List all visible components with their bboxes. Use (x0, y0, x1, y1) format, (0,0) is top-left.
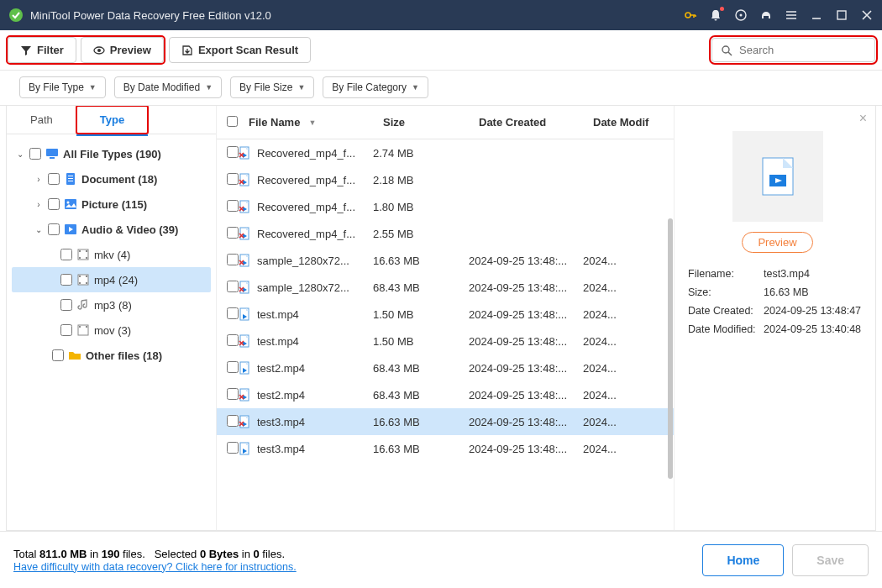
file-row[interactable]: test3.mp4 16.63 MB 2024-09-25 13:48:... … (217, 435, 674, 462)
tab-type[interactable]: Type (76, 106, 148, 136)
row-checkbox[interactable] (227, 200, 239, 212)
file-row[interactable]: Recovered_mp4_f... 2.74 MB (217, 139, 674, 166)
export-button[interactable]: Export Scan Result (169, 37, 311, 63)
tree-checkbox[interactable] (60, 324, 72, 336)
tree-all-types[interactable]: ⌄ All File Types (190) (12, 141, 211, 166)
tree-mp3[interactable]: mp3 (8) (12, 292, 211, 318)
svg-point-7 (722, 46, 729, 53)
file-row[interactable]: Recovered_mp4_f... 2.55 MB (217, 220, 674, 247)
tree-checkbox[interactable] (52, 349, 64, 361)
file-size: 16.63 MB (373, 255, 469, 267)
tree-checkbox[interactable] (60, 299, 72, 311)
row-checkbox[interactable] (227, 334, 239, 346)
filter-by-size[interactable]: By File Size▼ (230, 76, 314, 98)
file-row[interactable]: test.mp4 1.50 MB 2024-09-25 13:48:... 20… (217, 328, 674, 354)
file-icon (239, 254, 252, 267)
filter-by-type[interactable]: By File Type▼ (19, 76, 106, 98)
tree-checkbox[interactable] (48, 223, 60, 235)
file-mod: 2024... (583, 443, 650, 455)
tree-mp4[interactable]: mp4 (24) (12, 267, 211, 292)
highlight-filter-preview: Filter Preview (7, 36, 165, 64)
close-preview-icon[interactable]: × (859, 111, 867, 126)
row-checkbox[interactable] (227, 388, 239, 400)
file-row[interactable]: sample_1280x72... 68.43 MB 2024-09-25 13… (217, 274, 674, 301)
disc-icon[interactable] (734, 8, 748, 22)
eye-icon (93, 45, 105, 56)
row-checkbox[interactable] (227, 254, 239, 265)
tree-mov[interactable]: mov (3) (12, 318, 211, 343)
svg-rect-29 (86, 326, 87, 328)
expand-icon[interactable]: › (34, 200, 44, 209)
file-row[interactable]: sample_1280x72... 16.63 MB 2024-09-25 13… (217, 247, 674, 274)
expand-icon[interactable]: › (34, 175, 44, 184)
tree-checkbox[interactable] (48, 173, 60, 185)
row-checkbox[interactable] (227, 415, 239, 427)
filter-icon (20, 45, 32, 56)
file-size: 2.55 MB (373, 228, 469, 240)
save-button[interactable]: Save (792, 544, 869, 576)
select-all-checkbox[interactable] (227, 116, 238, 127)
row-checkbox[interactable] (227, 307, 239, 319)
collapse-icon[interactable]: ⌄ (34, 225, 44, 234)
tree-label: Picture (115) (81, 198, 147, 211)
key-icon[interactable] (684, 8, 697, 22)
file-date: 2024-09-25 13:48:... (469, 335, 583, 348)
folder-icon (68, 349, 81, 362)
file-date: 2024-09-25 13:48:... (469, 389, 583, 402)
home-button[interactable]: Home (702, 544, 784, 576)
tree-audio-video[interactable]: ⌄ Audio & Video (39) (12, 217, 211, 242)
collapse-icon[interactable]: ⌄ (15, 150, 25, 159)
svg-rect-26 (86, 282, 87, 284)
filter-by-date[interactable]: By Date Modified▼ (114, 76, 222, 98)
svg-rect-28 (79, 326, 81, 328)
file-size: 2.18 MB (373, 174, 469, 186)
menu-icon[interactable] (785, 8, 798, 22)
col-file-name[interactable]: File Name▼ (249, 116, 383, 129)
row-checkbox[interactable] (227, 361, 239, 373)
close-icon[interactable] (860, 8, 874, 22)
file-row[interactable]: test2.mp4 68.43 MB 2024-09-25 13:48:... … (217, 381, 674, 408)
export-icon (181, 45, 193, 56)
file-row[interactable]: test.mp4 1.50 MB 2024-09-25 13:48:... 20… (217, 301, 674, 328)
row-checkbox[interactable] (227, 442, 239, 454)
tree-checkbox[interactable] (29, 148, 41, 160)
row-checkbox[interactable] (227, 281, 239, 292)
col-date-modified[interactable]: Date Modif (593, 116, 660, 129)
file-size: 2.74 MB (373, 147, 469, 160)
col-date-created[interactable]: Date Created (479, 116, 593, 129)
maximize-icon[interactable] (835, 8, 848, 22)
headset-icon[interactable] (759, 8, 773, 22)
row-checkbox[interactable] (227, 173, 239, 185)
tree-mkv[interactable]: mkv (4) (12, 242, 211, 267)
preview-button[interactable]: Preview (81, 37, 164, 63)
tree-document[interactable]: › Document (18) (12, 166, 211, 192)
preview-thumbnail (732, 131, 823, 222)
filter-by-category[interactable]: By File Category▼ (323, 76, 428, 98)
row-checkbox[interactable] (227, 146, 239, 158)
search-box[interactable] (711, 38, 875, 62)
row-checkbox[interactable] (227, 227, 239, 239)
help-link[interactable]: Have difficulty with data recovery? Clic… (13, 561, 297, 573)
svg-point-3 (740, 14, 743, 17)
file-row[interactable]: Recovered_mp4_f... 2.18 MB (217, 166, 674, 193)
file-row[interactable]: test3.mp4 16.63 MB 2024-09-25 13:48:... … (217, 408, 674, 435)
tree-picture[interactable]: › Picture (115) (12, 192, 211, 217)
film-icon (76, 248, 90, 261)
tab-path[interactable]: Path (7, 106, 76, 134)
search-input[interactable] (739, 44, 866, 56)
scrollbar[interactable] (668, 218, 673, 479)
filter-button[interactable]: Filter (8, 37, 76, 63)
file-name: Recovered_mp4_f... (257, 201, 355, 213)
file-row[interactable]: test2.mp4 68.43 MB 2024-09-25 13:48:... … (217, 354, 674, 381)
bell-icon[interactable] (709, 8, 722, 22)
tree-label: mp4 (24) (94, 274, 138, 286)
tree-checkbox[interactable] (48, 198, 60, 210)
tree-other[interactable]: Other files (18) (12, 343, 211, 368)
tree-checkbox[interactable] (60, 274, 72, 286)
file-list-panel: File Name▼ Size Date Created Date Modif … (217, 106, 674, 530)
preview-file-button[interactable]: Preview (742, 232, 812, 253)
tree-checkbox[interactable] (60, 249, 72, 260)
col-size[interactable]: Size (383, 116, 479, 129)
file-row[interactable]: Recovered_mp4_f... 1.80 MB (217, 193, 674, 220)
minimize-icon[interactable] (810, 8, 823, 22)
